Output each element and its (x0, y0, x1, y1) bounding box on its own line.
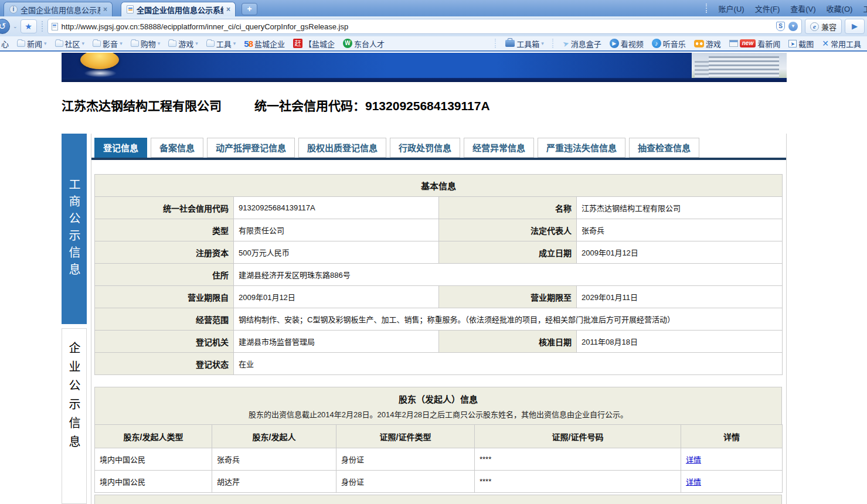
bookmark-label: 购物 (141, 38, 156, 49)
menu-separator (706, 4, 707, 13)
column-header: 证照/证件类型 (336, 425, 475, 448)
address-bar: ↺ ⌄ ★ http://www.jsgsj.gov.cn:58888/ecip… (0, 16, 867, 36)
menu-account[interactable]: 账户(U) (719, 3, 744, 14)
tab-equity-pledge[interactable]: 股权出质登记信息 (298, 138, 386, 158)
url-text[interactable]: http://www.jsgsj.gov.cn:58888/ecipplatfo… (62, 22, 773, 31)
tab-serious-violation[interactable]: 严重违法失信信息 (538, 138, 625, 158)
menu-file[interactable]: 文件(F) (755, 3, 780, 14)
basic-info-table: 基本信息 统一社会信用代码 91320925684139117A 名称 江苏杰达… (94, 174, 783, 375)
field-value: 钢结构制作、安装；C型钢及彩钢板生产、加工、销售；称重服务。（依法须经批准的项目… (234, 308, 783, 331)
info-tab-strip: 登记信息 备案信息 动产抵押登记信息 股权出质登记信息 行政处罚信息 经营异常信… (94, 138, 786, 158)
building-windows (709, 56, 779, 77)
column-header: 股东/发起人类型 (95, 425, 212, 448)
tool-label: 看新闻 (757, 38, 780, 49)
field-value: 2029年01月11日 (577, 286, 783, 308)
page-favicon-icon (127, 5, 134, 13)
common-tools-icon: ✕ (822, 39, 829, 48)
common-tools-button[interactable]: ✕ 常用工具 (822, 38, 861, 49)
tab-close-icon[interactable]: × (226, 5, 230, 13)
read-news-button[interactable]: new 看新闻 (729, 38, 780, 49)
menu-view[interactable]: 查看(V) (790, 3, 815, 14)
field-value: 有限责任公司 (234, 219, 439, 241)
detail-link[interactable]: 详情 (686, 478, 701, 486)
toolbox-button[interactable]: 工具箱 ▾ (505, 38, 544, 49)
bookmark-folder-media[interactable]: 影音 ▾ (93, 38, 123, 49)
folder-icon (93, 40, 101, 47)
menu-tools[interactable]: 工具(T) (863, 3, 867, 14)
browser-tab-2-active[interactable]: 全国企业信用信息公示系统 × (121, 2, 236, 16)
shareholder-type: 境内中国公民 (95, 448, 212, 471)
basic-info-title: 基本信息 (95, 175, 783, 197)
tab-abnormal-operation[interactable]: 经营异常信息 (464, 138, 534, 158)
field-label: 登记机关 (95, 331, 234, 353)
compatibility-mode-button[interactable]: e 兼容 (805, 19, 842, 34)
field-value: 江苏杰达钢结构工程有限公司 (577, 197, 783, 219)
field-label: 登记状态 (95, 353, 234, 375)
bookmark-folder-community[interactable]: 社区 ▾ (55, 38, 85, 49)
bookmark-edge-clipped[interactable]: 心 (1, 38, 9, 49)
chevron-down-icon: ▾ (120, 40, 123, 46)
folder-icon (17, 40, 25, 47)
message-plane-icon: ➤ (562, 38, 570, 48)
chevron-down-icon: ▾ (44, 40, 47, 46)
tab-admin-penalty[interactable]: 行政处罚信息 (390, 138, 460, 158)
sidebar-enterprise-publicity[interactable]: 企业公示信息 (62, 328, 87, 504)
content-frame: 登记信息 备案信息 动产抵押登记信息 股权出质登记信息 行政处罚信息 经营异常信… (91, 134, 787, 504)
field-label: 名称 (439, 197, 577, 219)
tab-chattel-mortgage[interactable]: 动产抵押登记信息 (207, 138, 295, 158)
field-value: 建湖县经济开发区明珠东路886号 (234, 264, 783, 286)
field-label: 住所 (95, 264, 234, 286)
listen-music-button[interactable]: ♪ 听音乐 (652, 38, 686, 49)
bookmark-dongtai-jobs[interactable]: W 东台人才 (343, 38, 385, 49)
detail-link[interactable]: 详情 (686, 455, 701, 464)
shareholders-section: 股东（发起人）信息 股东的出资信息截止2014年2月28日。2014年2月28日… (91, 387, 786, 493)
message-box-button[interactable]: ➤ 消息盒子 (563, 38, 601, 49)
watch-video-button[interactable]: ▶ 看视频 (610, 38, 644, 49)
browser-tab-1[interactable]: i 全国企业信用信息公示系... × (4, 2, 113, 16)
go-button[interactable]: ▶ (845, 19, 865, 34)
browser-tab-bar: i 全国企业信用信息公示系... × 全国企业信用信息公示系统 × + 账户(U… (0, 0, 867, 16)
field-value: 在业 (234, 353, 783, 375)
tab-title: 全国企业信用信息公示系统 (137, 4, 223, 15)
compatibility-label: 兼容 (821, 21, 837, 32)
bookmark-folder-games[interactable]: 游戏 ▾ (168, 38, 198, 49)
tab-registration-info[interactable]: 登记信息 (94, 138, 147, 158)
screenshot-button[interactable]: ➤ 截图 (788, 38, 814, 49)
field-value: 2011年08月18日 (577, 331, 783, 353)
new-tab-button[interactable]: + (242, 3, 257, 15)
bookmark-folder-shopping[interactable]: 购物 ▾ (131, 38, 161, 49)
new-badge: new (740, 39, 756, 47)
emblem-glow (84, 69, 117, 77)
field-label: 注册资本 (95, 241, 234, 264)
table-row: 经营范围 钢结构制作、安装；C型钢及彩钢板生产、加工、销售；称重服务。（依法须经… (95, 308, 783, 331)
tab-spot-check[interactable]: 抽查检查信息 (629, 138, 699, 158)
back-history-chevron-icon[interactable]: ⌄ (13, 23, 18, 29)
building-photo (692, 53, 787, 82)
security-shield-icon[interactable]: S (776, 22, 785, 31)
bookmark-ganji[interactable]: 赶 【盐城企 (293, 38, 335, 49)
sidebar-gongshang-publicity[interactable]: 工商公示信息 (62, 134, 87, 324)
detail-cell: 详情 (681, 471, 783, 493)
gamepad-icon (694, 40, 704, 47)
folder-icon (168, 40, 176, 47)
tab-filing-info[interactable]: 备案信息 (151, 138, 203, 158)
sidebar-label: 企业公示信息 (66, 342, 83, 503)
url-field[interactable]: http://www.jsgsj.gov.cn:58888/ecipplatfo… (47, 19, 802, 34)
site-favicon-icon: i (9, 5, 18, 13)
bookmark-folder-news[interactable]: 新闻 ▾ (17, 38, 47, 49)
back-button[interactable]: ↺ (0, 19, 10, 34)
favorites-star-button[interactable]: ★ (21, 19, 37, 33)
field-value: 500万元人民币 (234, 241, 439, 264)
tab-close-icon[interactable]: × (103, 5, 107, 13)
bookmark-58-yancheng[interactable]: 58 盐城企业 (244, 38, 285, 49)
bookmark-folder-tools[interactable]: 工具 ▾ (206, 38, 236, 49)
bookmark-label: 游戏 (178, 38, 193, 49)
w-logo-icon: W (343, 39, 352, 48)
games-button[interactable]: 游戏 (694, 38, 721, 49)
menu-favorites[interactable]: 收藏(O) (827, 3, 853, 14)
field-label: 成立日期 (439, 241, 577, 264)
chevron-down-icon: ▾ (233, 40, 236, 46)
url-dropdown-icon[interactable]: ▼ (788, 22, 798, 31)
column-header: 股东/发起人 (212, 425, 336, 448)
tool-label: 看视频 (621, 38, 644, 49)
